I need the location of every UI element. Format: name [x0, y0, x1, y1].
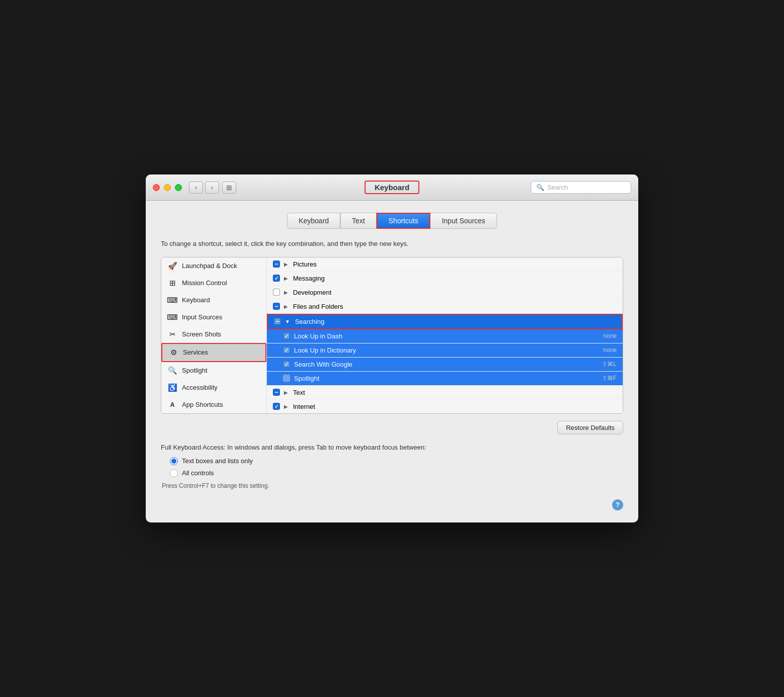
press-hint: Press Control+F7 to change this setting.	[162, 482, 623, 489]
tabs-row: Keyboard Text Shortcuts Input Sources	[161, 213, 623, 229]
checkbox-searching[interactable]	[274, 318, 281, 325]
titlebar: ‹ › ⊞ Keyboard 🔍 Search	[146, 175, 638, 201]
list-item-development[interactable]: ▶ Development	[267, 286, 623, 300]
radio-text-boxes[interactable]: Text boxes and lists only	[170, 457, 623, 465]
maximize-button[interactable]	[175, 184, 182, 191]
restore-row: Restore Defaults	[161, 421, 623, 434]
main-window: ‹ › ⊞ Keyboard 🔍 Search Keyboard Text Sh…	[146, 175, 638, 522]
tab-text[interactable]: Text	[340, 213, 376, 229]
item-label-messaging: Messaging	[293, 275, 617, 282]
launchpad-icon: 🚀	[167, 261, 177, 271]
item-label-development: Development	[293, 289, 617, 296]
list-item-text[interactable]: ▶ Text	[267, 386, 623, 400]
sidebar-item-label: Services	[183, 349, 208, 356]
chevron-files-folders: ▶	[284, 304, 288, 309]
radio-circle-all-controls[interactable]	[170, 469, 178, 477]
checkbox-spotlight-search[interactable]	[283, 375, 290, 382]
tab-keyboard[interactable]: Keyboard	[287, 213, 340, 229]
sidebar-item-label: Accessibility	[182, 384, 218, 391]
bottom-row: ?	[161, 494, 623, 510]
radio-group: Text boxes and lists only All controls	[170, 457, 623, 477]
checkbox-lookup-dash[interactable]	[283, 332, 290, 339]
list-item-lookup-dictionary[interactable]: Look Up in Dictionary none	[267, 343, 623, 358]
forward-button[interactable]: ›	[205, 182, 219, 194]
sidebar-item-spotlight[interactable]: 🔍 Spotlight	[161, 362, 266, 379]
sidebar-item-input-sources[interactable]: ⌨ Input Sources	[161, 309, 266, 326]
sidebar-item-label: Spotlight	[182, 367, 208, 374]
list-item-lookup-dash[interactable]: Look Up in Dash none	[267, 329, 623, 343]
keyboard-access-label: Full Keyboard Access: In windows and dia…	[161, 444, 623, 451]
search-bar[interactable]: 🔍 Search	[531, 181, 631, 194]
checkbox-files-folders[interactable]	[273, 303, 280, 310]
restore-defaults-button[interactable]: Restore Defaults	[557, 421, 623, 434]
grid-button[interactable]: ⊞	[222, 182, 236, 194]
item-label-pictures: Pictures	[293, 260, 617, 268]
window-title: Keyboard	[364, 181, 419, 194]
shortcut-search-google: ⇧⌘L	[602, 361, 617, 368]
shortcut-lookup-dictionary: none	[603, 346, 617, 354]
sidebar-item-app-shortcuts[interactable]: A App Shortcuts	[161, 396, 266, 413]
spotlight-icon: 🔍	[167, 366, 177, 376]
nav-buttons: ‹ ›	[189, 182, 219, 194]
sidebar-item-accessibility[interactable]: ♿ Accessibility	[161, 379, 266, 396]
item-label-text: Text	[293, 389, 617, 396]
list-item-searching[interactable]: ▼ Searching	[267, 314, 623, 329]
search-icon: 🔍	[536, 184, 544, 191]
sidebar-item-label: Mission Control	[182, 279, 227, 287]
list-item-pictures[interactable]: ▶ Pictures	[267, 257, 623, 272]
accessibility-icon: ♿	[167, 383, 177, 393]
sidebar-item-services[interactable]: ⚙ Services	[161, 343, 266, 362]
close-button[interactable]	[153, 184, 160, 191]
item-label-internet: Internet	[293, 403, 617, 410]
services-icon: ⚙	[168, 347, 178, 358]
sidebar: 🚀 Launchpad & Dock ⊞ Mission Control ⌨ K…	[161, 257, 267, 413]
help-button[interactable]: ?	[612, 499, 623, 510]
chevron-messaging: ▶	[284, 276, 288, 281]
checkbox-lookup-dictionary[interactable]	[283, 346, 290, 354]
sidebar-item-screen-shots[interactable]: ✂ Screen Shots	[161, 326, 266, 343]
mission-control-icon: ⊞	[167, 278, 177, 288]
content: Keyboard Text Shortcuts Input Sources To…	[146, 201, 638, 522]
input-sources-icon: ⌨	[167, 312, 177, 322]
radio-label-text-boxes: Text boxes and lists only	[182, 457, 253, 465]
list-item-messaging[interactable]: ▶ Messaging	[267, 272, 623, 286]
chevron-pictures: ▶	[284, 262, 288, 267]
checkbox-pictures[interactable]	[273, 260, 280, 268]
keyboard-access-section: Full Keyboard Access: In windows and dia…	[161, 444, 623, 489]
sidebar-item-label: Keyboard	[182, 296, 210, 304]
tab-input-sources[interactable]: Input Sources	[430, 213, 497, 229]
keyboard-icon: ⌨	[167, 295, 177, 305]
radio-all-controls[interactable]: All controls	[170, 469, 623, 477]
checkbox-development[interactable]	[273, 289, 280, 296]
item-label-lookup-dash: Look Up in Dash	[294, 332, 599, 340]
search-placeholder: Search	[547, 184, 568, 191]
list-item-search-google[interactable]: Search With Google ⇧⌘L	[267, 358, 623, 372]
radio-label-all-controls: All controls	[182, 469, 214, 477]
sidebar-item-label: App Shortcuts	[182, 401, 223, 408]
sidebar-item-launchpad[interactable]: 🚀 Launchpad & Dock	[161, 257, 266, 275]
minimize-button[interactable]	[164, 184, 171, 191]
tab-shortcuts[interactable]: Shortcuts	[376, 213, 430, 229]
chevron-searching: ▼	[285, 319, 290, 324]
sidebar-item-label: Launchpad & Dock	[182, 262, 237, 270]
chevron-internet: ▶	[284, 404, 288, 409]
sidebar-item-label: Screen Shots	[182, 330, 221, 338]
app-shortcuts-icon: A	[167, 400, 177, 410]
checkbox-search-google[interactable]	[283, 361, 290, 368]
item-label-lookup-dictionary: Look Up in Dictionary	[294, 346, 599, 354]
sidebar-item-mission-control[interactable]: ⊞ Mission Control	[161, 275, 266, 292]
list-item-internet[interactable]: ▶ Internet	[267, 400, 623, 413]
screen-shots-icon: ✂	[167, 329, 177, 339]
description-text: To change a shortcut, select it, click t…	[161, 239, 623, 249]
list-item-spotlight-search[interactable]: Spotlight ⇧⌘F	[267, 372, 623, 386]
checkbox-internet[interactable]	[273, 403, 280, 410]
radio-circle-text-boxes[interactable]	[170, 457, 178, 465]
checkbox-messaging[interactable]	[273, 275, 280, 282]
list-item-files-folders[interactable]: ▶ Files and Folders	[267, 300, 623, 314]
sidebar-item-keyboard[interactable]: ⌨ Keyboard	[161, 292, 266, 309]
item-label-searching: Searching	[295, 318, 616, 325]
checkbox-text[interactable]	[273, 389, 280, 396]
chevron-development: ▶	[284, 290, 288, 295]
shortcut-lookup-dash: none	[603, 332, 617, 339]
back-button[interactable]: ‹	[189, 182, 203, 194]
